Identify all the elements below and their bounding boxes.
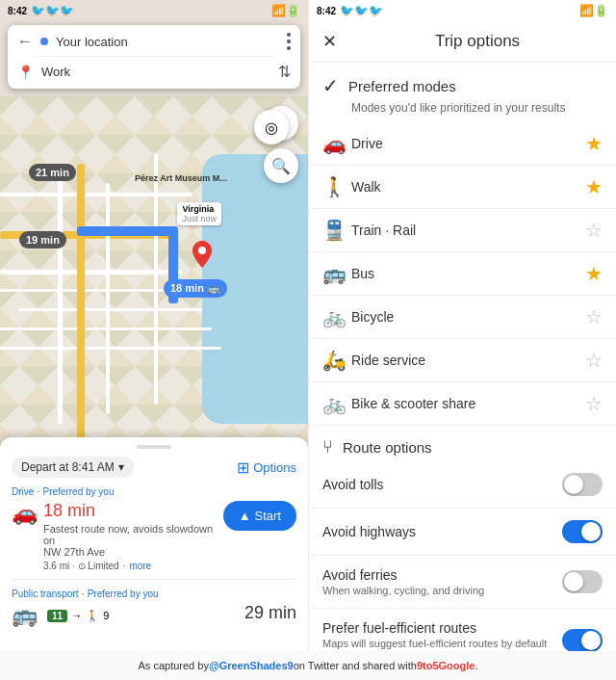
- car-icon: 🚗: [12, 501, 38, 526]
- destination-pin-icon: 📍: [17, 65, 34, 80]
- fuel-efficient-label: Prefer fuel-efficient routes: [322, 620, 562, 636]
- fuel-efficient-track: [562, 629, 603, 651]
- avoid-ferries-text: Avoid ferries When walking, cycling, and…: [322, 567, 562, 596]
- mode-item-bus: 🚌 Bus ★: [309, 252, 616, 296]
- avoid-ferries-thumb: [564, 572, 583, 591]
- bicycle-mode-icon: 🚲: [322, 305, 351, 328]
- mode-item-ride-service: 🛵 Ride service ☆: [309, 339, 616, 382]
- drive-meta: 3.6 mi · ⊙ Limited · more: [43, 561, 223, 571]
- bus-mode-icon: 🚌: [322, 262, 351, 285]
- preferred-modes-subtitle: Modes you'd like prioritized in your res…: [309, 101, 616, 122]
- arrow-right: →: [71, 610, 82, 621]
- bus-icon: 🚌: [12, 603, 38, 628]
- walk-count: 9: [103, 610, 109, 621]
- map-controls: ⊞ 🔍 ◎: [264, 106, 298, 183]
- fuel-efficient-toggle[interactable]: [562, 629, 603, 651]
- road-v1: [58, 173, 63, 424]
- time-bubble-2: 19 min: [19, 231, 66, 248]
- depart-chevron: ▾: [118, 460, 124, 474]
- mode-item-train: 🚆 Train · Rail ☆: [309, 209, 616, 252]
- road-h2: [0, 193, 192, 196]
- bike-scooter-star[interactable]: ☆: [585, 392, 603, 415]
- origin-label: Your location: [56, 35, 279, 49]
- avoid-tolls-thumb: [564, 475, 583, 494]
- train-star[interactable]: ☆: [585, 219, 603, 242]
- ride-service-star[interactable]: ☆: [585, 349, 603, 372]
- drive-details: 18 min Fastest route now, avoids slowdow…: [43, 501, 223, 571]
- trip-options-panel: 8:42 🐦🐦🐦 📶🔋 ✕ Trip options ✓ Preferred m…: [308, 0, 616, 651]
- avoid-tolls-option: Avoid tolls: [309, 461, 616, 509]
- bike-scooter-label: Bike & scooter share: [351, 396, 585, 411]
- swap-icon[interactable]: ⇅: [278, 63, 291, 81]
- maps-panel: 8:42 🐦🐦🐦 📶🔋 ← Your location 📍 Work ⇅: [0, 0, 308, 651]
- depart-row: Depart at 8:41 AM ▾ ⊞ Options: [12, 457, 296, 478]
- avoid-highways-option: Avoid highways: [309, 509, 616, 556]
- train-mode-label: Train · Rail: [351, 222, 585, 238]
- road-v-main: [77, 164, 85, 453]
- ride-service-icon: 🛵: [322, 349, 351, 372]
- compass-btn[interactable]: ◎: [254, 110, 289, 144]
- trip-options-header: ✕ Trip options: [309, 21, 616, 63]
- origin-dot: [40, 38, 48, 45]
- mode-item-bike-scooter: 🚲 Bike & scooter share ☆: [309, 382, 616, 426]
- options-button[interactable]: ⊞ Options: [237, 458, 296, 477]
- drive-star[interactable]: ★: [585, 132, 603, 155]
- walk-star[interactable]: ★: [585, 175, 603, 198]
- transit-type-label: Public transport · Preferred by you: [12, 588, 296, 599]
- bicycle-star[interactable]: ☆: [585, 305, 603, 328]
- caption-text: As captured by: [139, 660, 209, 671]
- caption-middle: on Twitter and shared with: [294, 660, 417, 671]
- back-arrow[interactable]: ←: [17, 33, 33, 50]
- search-origin-row: ← Your location: [17, 31, 291, 52]
- start-button[interactable]: ▲ Start: [223, 501, 296, 531]
- more-menu-icon[interactable]: [287, 33, 291, 50]
- avoid-highways-track: [562, 520, 603, 543]
- twitter-handle[interactable]: @GreenShades9: [209, 660, 294, 671]
- drive-section: Drive · Preferred by you 🚗 18 min Fastes…: [12, 485, 296, 580]
- drive-more[interactable]: more: [129, 561, 151, 571]
- time-bubble-3: 18 min 🚌: [164, 279, 227, 298]
- fuel-efficient-sublabel: Maps will suggest fuel-efficient routes …: [322, 638, 562, 651]
- mode-item-walk: 🚶 Walk ★: [309, 166, 616, 209]
- destination-marker: [192, 241, 212, 272]
- modes-list: 🚗 Drive ★ 🚶 Walk ★ 🚆 Train · Rail ☆ 🚌 Bu…: [309, 122, 616, 426]
- virginia-popup: Virginia Just now: [177, 202, 221, 225]
- search-divider: [33, 56, 275, 57]
- bottom-sheet: Depart at 8:41 AM ▾ ⊞ Options Drive · Pr…: [0, 437, 308, 651]
- avoid-ferries-sublabel: When walking, cycling, and driving: [322, 585, 562, 596]
- search-btn[interactable]: 🔍: [264, 148, 298, 183]
- route-line-h: [77, 226, 173, 236]
- avoid-highways-toggle[interactable]: [562, 520, 603, 543]
- transit-route-icons: 11 → 🚶 9: [47, 610, 109, 622]
- museum-label: Pérez Art Museum M...: [135, 173, 212, 183]
- drive-type-label: Drive · Preferred by you: [12, 485, 296, 497]
- transit-icons-row: 🚌 11 → 🚶 9: [12, 603, 109, 628]
- bus-star[interactable]: ★: [585, 262, 603, 285]
- road-v2: [106, 183, 110, 414]
- avoid-ferries-option: Avoid ferries When walking, cycling, and…: [309, 556, 616, 609]
- sheet-handle: [137, 445, 171, 449]
- depart-button[interactable]: Depart at 8:41 AM ▾: [12, 457, 134, 478]
- ride-service-label: Ride service: [351, 353, 585, 368]
- bike-scooter-icon: 🚲: [322, 392, 351, 415]
- avoid-ferries-track: [562, 570, 603, 593]
- avoid-tolls-toggle[interactable]: [562, 473, 603, 496]
- trip-options-title: Trip options: [352, 32, 603, 51]
- right-status-bar: 8:42 🐦🐦🐦 📶🔋: [309, 0, 616, 21]
- avoid-ferries-toggle[interactable]: [562, 570, 603, 593]
- drive-mode-icon: 🚗: [322, 132, 351, 155]
- options-label: Options: [253, 460, 296, 475]
- transit-time: 29 min: [244, 603, 296, 623]
- train-mode-icon: 🚆: [322, 219, 351, 242]
- virginia-time: Just now: [182, 214, 217, 223]
- close-button[interactable]: ✕: [322, 31, 337, 52]
- site-name[interactable]: 9to5Google: [417, 660, 475, 671]
- road-v3: [154, 154, 158, 405]
- avoid-tolls-track: [562, 473, 603, 496]
- fuel-efficient-text: Prefer fuel-efficient routes Maps will s…: [322, 620, 562, 651]
- avoid-ferries-label: Avoid ferries: [322, 567, 562, 583]
- caption-bar: As captured by @GreenShades9 on Twitter …: [0, 651, 616, 680]
- road-h5: [19, 308, 202, 311]
- fuel-efficient-thumb: [581, 631, 601, 650]
- caption-end: .: [475, 660, 477, 671]
